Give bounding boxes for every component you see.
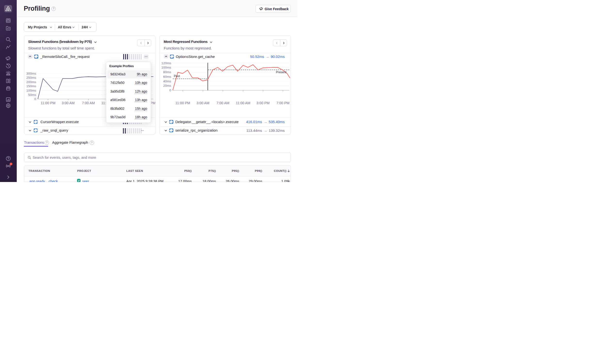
svg-text:11:00 PM: 11:00 PM	[175, 101, 190, 105]
svg-text:100ms: 100ms	[161, 66, 171, 69]
svg-text:0: 0	[34, 97, 36, 101]
svg-text:200ms: 200ms	[26, 80, 36, 84]
svg-text:11:00 PM: 11:00 PM	[40, 101, 55, 105]
svg-text:20ms: 20ms	[163, 84, 171, 87]
svg-text:0: 0	[169, 88, 171, 92]
svg-text:3:00 PM: 3:00 PM	[257, 101, 270, 105]
svg-text:60ms: 60ms	[163, 75, 171, 79]
svg-text:100ms: 100ms	[26, 89, 36, 92]
svg-text:300ms: 300ms	[26, 72, 36, 75]
svg-text:3:00 AM: 3:00 AM	[62, 101, 74, 105]
svg-text:3:00 AM: 3:00 AM	[196, 101, 209, 105]
svg-text:50ms: 50ms	[28, 93, 36, 97]
svg-text:7:00 AM: 7:00 AM	[217, 101, 229, 105]
svg-text:80ms: 80ms	[163, 70, 171, 74]
svg-text:150ms: 150ms	[26, 84, 36, 88]
svg-text:7:00 AM: 7:00 AM	[82, 101, 95, 105]
svg-text:120ms: 120ms	[161, 61, 171, 65]
svg-text:11:00 AM: 11:00 AM	[236, 101, 250, 105]
svg-text:Present: Present	[276, 71, 287, 74]
svg-text:7:00 PM: 7:00 PM	[276, 101, 289, 105]
svg-text:Past: Past	[174, 74, 180, 78]
svg-text:40ms: 40ms	[163, 79, 171, 83]
svg-text:250ms: 250ms	[26, 76, 36, 79]
